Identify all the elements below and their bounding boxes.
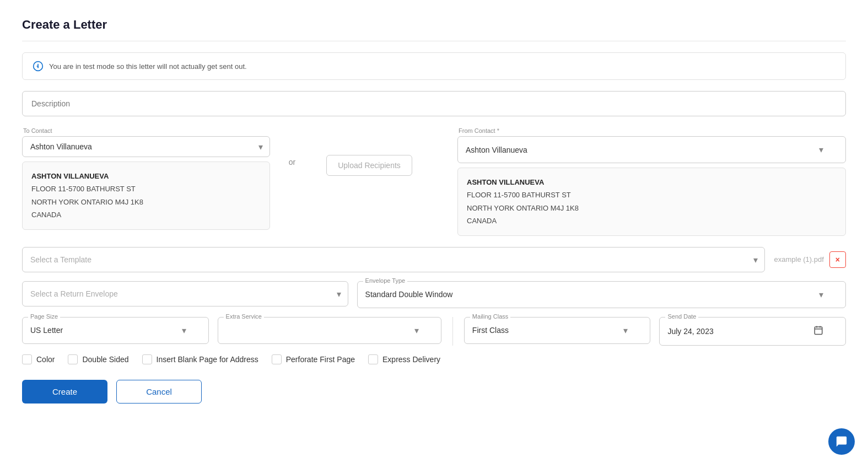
- express-checkbox-item[interactable]: Express Delivery: [368, 354, 440, 364]
- extra-service-select[interactable]: ▾: [218, 318, 441, 343]
- extra-service-block: Extra Service ▾: [218, 317, 441, 344]
- buttons-row: Create Cancel: [22, 380, 846, 404]
- info-banner: You are in test mode so this letter will…: [22, 52, 846, 80]
- return-envelope-block: Select a Return Envelope ▾: [22, 281, 348, 306]
- description-input[interactable]: [22, 91, 846, 116]
- template-chevron-icon: ▾: [753, 254, 758, 265]
- to-contact-block: To Contact Ashton Villanueva ▾ ASHTON VI…: [22, 127, 270, 230]
- extra-service-chevron-icon: ▾: [414, 325, 419, 336]
- blank-page-label: Insert Blank Page for Address: [157, 355, 258, 364]
- envelope-type-wrapper: Envelope Type Standard Double Window ▾: [357, 281, 846, 308]
- send-date-block: Send Date July 24, 2023: [659, 317, 846, 346]
- svg-rect-3: [815, 327, 822, 335]
- to-contact-label: To Contact: [22, 127, 270, 134]
- express-checkbox[interactable]: [368, 354, 378, 364]
- mailing-class-block: Mailing Class First Class ▾: [464, 317, 651, 344]
- mailing-class-float-label: Mailing Class: [470, 313, 510, 320]
- info-banner-text: You are in test mode so this letter will…: [49, 62, 247, 71]
- to-contact-chevron-icon: ▾: [258, 142, 263, 152]
- double-sided-label: Double Sided: [82, 355, 128, 364]
- express-label: Express Delivery: [382, 355, 440, 364]
- or-divider: or: [270, 127, 314, 166]
- send-date-float-label: Send Date: [665, 313, 698, 320]
- envelope-type-chevron-icon: ▾: [819, 289, 823, 300]
- from-address-line2: NORTH YORK ONTARIO M4J 1K8: [467, 202, 837, 214]
- svg-point-1: [38, 64, 39, 64]
- send-date-select[interactable]: July 24, 2023: [660, 318, 845, 345]
- envelope-type-float-label: Envelope Type: [363, 277, 408, 284]
- file-name: example (1).pdf: [774, 255, 823, 263]
- mailing-class-wrapper: Mailing Class First Class ▾: [464, 317, 651, 344]
- extra-service-float-label: Extra Service: [224, 313, 264, 320]
- from-contact-select-wrapper: Ashton Villanueva ▾: [457, 136, 846, 163]
- page-size-block: Page Size US Letter ▾: [22, 317, 209, 344]
- checkboxes-row: Color Double Sided Insert Blank Page for…: [22, 354, 846, 364]
- page-size-chevron-icon: ▾: [182, 325, 186, 336]
- cancel-button[interactable]: Cancel: [116, 380, 202, 404]
- title-divider: [22, 41, 846, 41]
- calendar-icon: [813, 325, 823, 337]
- perforate-label: Perforate First Page: [286, 355, 355, 364]
- from-contact-select[interactable]: Ashton Villanueva ▾: [458, 137, 845, 163]
- from-contact-label: From Contact *: [457, 127, 846, 134]
- from-contact-chevron-icon: ▾: [819, 144, 823, 155]
- extra-service-wrapper: Extra Service ▾: [218, 317, 441, 344]
- perforate-checkbox-item[interactable]: Perforate First Page: [272, 354, 355, 364]
- upload-recipients-button[interactable]: Upload Recipients: [326, 155, 412, 176]
- to-address-name: ASHTON VILLANUEVA: [31, 170, 261, 182]
- from-contact-block: From Contact * Ashton Villanueva ▾ ASHTO…: [457, 127, 846, 236]
- options-divider: [452, 317, 453, 346]
- mailing-class-chevron-icon: ▾: [623, 325, 628, 336]
- to-address-line2: NORTH YORK ONTARIO M4J 1K8: [31, 196, 261, 208]
- double-sided-checkbox-item[interactable]: Double Sided: [68, 354, 128, 364]
- from-address-line1: FLOOR 11-5700 BATHURST ST: [467, 189, 837, 201]
- upload-area: Upload Recipients: [314, 127, 424, 176]
- from-contact-address: ASHTON VILLANUEVA FLOOR 11-5700 BATHURST…: [457, 168, 846, 236]
- options-row: Page Size US Letter ▾ Extra Service ▾: [22, 317, 846, 346]
- page-size-select[interactable]: US Letter ▾: [23, 318, 208, 343]
- envelope-row: Select a Return Envelope ▾ Envelope Type…: [22, 281, 846, 308]
- contacts-section: To Contact Ashton Villanueva ▾ ASHTON VI…: [22, 127, 846, 236]
- blank-page-checkbox[interactable]: [142, 354, 152, 364]
- to-contact-select[interactable]: Ashton Villanueva ▾: [22, 136, 270, 157]
- envelope-type-block: Envelope Type Standard Double Window ▾: [357, 281, 846, 308]
- create-button[interactable]: Create: [22, 380, 107, 404]
- color-label: Color: [36, 355, 55, 364]
- info-circle-icon: [33, 61, 44, 72]
- perforate-checkbox[interactable]: [272, 354, 282, 364]
- blank-page-checkbox-item[interactable]: Insert Blank Page for Address: [142, 354, 258, 364]
- from-address-line3: CANADA: [467, 214, 837, 227]
- remove-file-button[interactable]: ×: [829, 251, 846, 268]
- to-address-line1: FLOOR 11-5700 BATHURST ST: [31, 182, 261, 195]
- double-sided-checkbox[interactable]: [68, 354, 78, 364]
- file-info: example (1).pdf ×: [774, 251, 846, 268]
- color-checkbox-item[interactable]: Color: [22, 354, 55, 364]
- page-title: Create a Letter: [22, 18, 846, 32]
- page-size-wrapper: Page Size US Letter ▾: [22, 317, 209, 344]
- mailing-class-select[interactable]: First Class ▾: [465, 318, 650, 343]
- envelope-type-select[interactable]: Standard Double Window ▾: [358, 282, 845, 308]
- to-address-line3: CANADA: [31, 208, 261, 221]
- color-checkbox[interactable]: [22, 354, 32, 364]
- page-size-float-label: Page Size: [28, 313, 60, 320]
- send-date-wrapper: Send Date July 24, 2023: [659, 317, 846, 346]
- return-envelope-chevron-icon: ▾: [337, 288, 341, 299]
- to-contact-address: ASHTON VILLANUEVA FLOOR 11-5700 BATHURST…: [22, 162, 270, 230]
- template-row: Select a Template ▾ example (1).pdf ×: [22, 247, 846, 272]
- template-select[interactable]: Select a Template ▾: [22, 247, 765, 272]
- from-address-name: ASHTON VILLANUEVA: [467, 176, 837, 189]
- return-envelope-select[interactable]: Select a Return Envelope ▾: [22, 281, 348, 306]
